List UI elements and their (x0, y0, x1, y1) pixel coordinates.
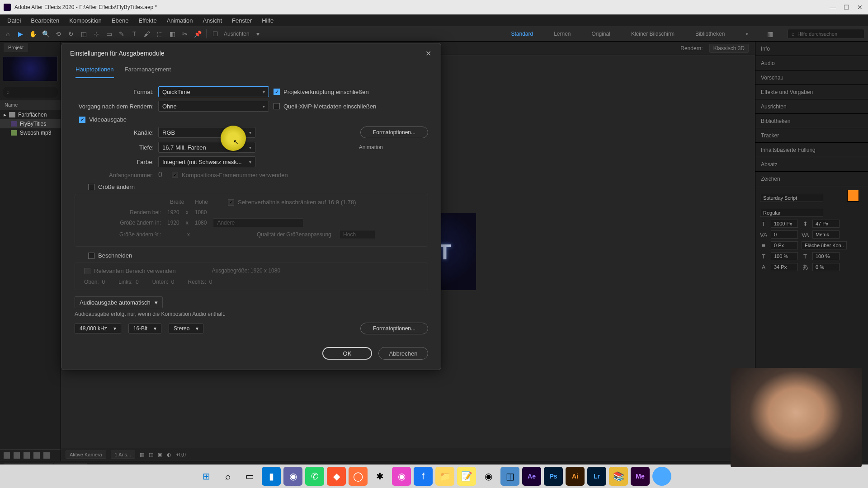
trash-icon[interactable] (43, 452, 50, 459)
grid-icon[interactable]: ▦ (140, 452, 144, 458)
maximize-button[interactable]: ☐ (844, 5, 849, 10)
rotate-tool-icon[interactable]: ↻ (67, 30, 75, 38)
renderer-dropdown[interactable]: Klassisch 3D (709, 44, 749, 53)
hscale-input[interactable] (771, 252, 798, 260)
menu-edit[interactable]: Bearbeiten (26, 16, 64, 25)
minimize-button[interactable]: — (830, 5, 835, 10)
roto-tool-icon[interactable]: ✂ (181, 30, 189, 38)
project-link-checkbox[interactable]: ✓Projektverknüpfung einschließen (274, 89, 369, 95)
color-dropdown[interactable]: Integriert (mit Schwarz mask...▾ (158, 156, 255, 167)
hand-tool-icon[interactable]: ✋ (29, 30, 37, 38)
workspace-libs[interactable]: Bibliotheken (692, 29, 728, 39)
taskbar-app-1[interactable]: ▮ (262, 467, 281, 486)
exposure-value[interactable]: +0,0 (176, 452, 186, 457)
chevron-down-icon[interactable]: ▾ (254, 30, 262, 38)
sample-rate-dropdown[interactable]: 48,000 kHz▾ (75, 324, 121, 333)
panel-preview[interactable]: Vorschau (755, 70, 868, 85)
name-column[interactable]: Name (0, 100, 61, 110)
taskbar-app-teams[interactable]: ◉ (283, 467, 302, 486)
dialog-close-button[interactable]: ✕ (424, 49, 433, 58)
tab-main-options[interactable]: Hauptoptionen (75, 63, 114, 78)
home-icon[interactable]: ⌂ (4, 30, 12, 38)
panel-align[interactable]: Ausrichten (755, 99, 868, 114)
audio-output-dropdown[interactable]: Audioausgabe automatisch▾ (75, 296, 163, 308)
menu-file[interactable]: Datei (3, 16, 25, 25)
menu-animation[interactable]: Animation (162, 16, 198, 25)
tsume-input[interactable] (812, 263, 840, 271)
shape-tool-icon[interactable]: ▭ (105, 30, 113, 38)
close-button[interactable]: ✕ (857, 5, 863, 10)
ok-button[interactable]: OK (322, 347, 372, 360)
video-output-checkbox[interactable]: ✓Videoausgabe (79, 116, 428, 123)
start-button[interactable]: ⊞ (197, 467, 216, 486)
task-view-button[interactable]: ▭ (240, 467, 259, 486)
orbit-tool-icon[interactable]: ⟲ (54, 30, 62, 38)
taskbar-app-explorer[interactable]: 📁 (435, 467, 454, 486)
leading-input[interactable] (812, 220, 840, 228)
text-tool-icon[interactable]: T (130, 30, 138, 38)
search-button[interactable]: ⌕ (218, 467, 237, 486)
fill-color-icon[interactable] (847, 190, 859, 202)
taskbar-app-lr[interactable]: Lr (587, 467, 606, 486)
channels-audio-dropdown[interactable]: Stereo▾ (169, 324, 203, 333)
workspace-standard[interactable]: Standard (507, 29, 537, 39)
taskbar-app-ae[interactable]: Ae (522, 467, 541, 486)
workspace-original[interactable]: Original (588, 29, 614, 39)
interpret-icon[interactable] (4, 452, 10, 459)
format-dropdown[interactable]: QuickTime▾ (158, 86, 269, 97)
bit-depth-dropdown[interactable]: 16-Bit▾ (128, 324, 161, 333)
menu-composition[interactable]: Komposition (65, 16, 106, 25)
taskbar-app-17[interactable] (652, 467, 671, 486)
kerning-input[interactable] (771, 230, 798, 239)
menu-help[interactable]: Hilfe (257, 16, 278, 25)
folder-new-icon[interactable] (24, 452, 30, 459)
project-item-folder[interactable]: ▸Farbflächen (0, 110, 61, 119)
font-style-input[interactable] (760, 209, 823, 217)
project-item-comp[interactable]: FlyByTitles (0, 119, 61, 128)
format-options-button[interactable]: Formatoptionen... (360, 127, 428, 138)
taskbar-app-messenger[interactable]: ◉ (392, 467, 411, 486)
dialog-titlebar[interactable]: Einstellungen für Ausgabemodule ✕ (62, 43, 441, 63)
snap-checkbox[interactable]: ☐ (211, 30, 219, 38)
taskbar-app-me[interactable]: Me (631, 467, 650, 486)
taskbar-app-ai[interactable]: Ai (566, 467, 585, 486)
panel-audio[interactable]: Audio (755, 56, 868, 70)
panel-paragraph[interactable]: Absatz (755, 157, 868, 172)
taskbar-app-facebook[interactable]: f (414, 467, 433, 486)
taskbar-app-brave[interactable]: ◆ (327, 467, 346, 486)
taskbar-app-6[interactable]: ✱ (370, 467, 389, 486)
taskbar-app-notes[interactable]: 📝 (457, 467, 476, 486)
taskbar-app-obs[interactable]: ◉ (479, 467, 498, 486)
comp-new-icon[interactable] (33, 452, 40, 459)
panel-content-fill[interactable]: Inhaltsbasierte Füllung (755, 143, 868, 157)
font-family-input[interactable] (760, 194, 823, 202)
panel-toggle-icon[interactable]: ▦ (766, 30, 774, 38)
vscale-input[interactable] (771, 241, 798, 249)
panel-info[interactable]: Info (755, 42, 868, 56)
camera-dropdown[interactable]: Aktive Kamera (66, 450, 106, 459)
font-size-input[interactable] (771, 220, 798, 228)
project-thumbnail[interactable] (3, 56, 58, 81)
taskbar-app-11[interactable]: ◫ (500, 467, 519, 486)
taskbar-app-ps[interactable]: Ps (544, 467, 563, 486)
stroke-style-input[interactable] (802, 241, 847, 249)
selection-tool-icon[interactable]: ▶ (16, 30, 24, 38)
panel-character[interactable]: Zeichen (755, 172, 868, 186)
mask-icon[interactable]: ◫ (149, 452, 153, 458)
tracking-input[interactable] (812, 230, 840, 239)
xmp-checkbox[interactable]: Quell-XMP-Metadaten einschließen (274, 103, 376, 110)
color-swatch[interactable] (847, 190, 863, 206)
taskbar-app-books[interactable]: 📚 (609, 467, 628, 486)
zoom-tool-icon[interactable]: 🔍 (42, 30, 50, 38)
bpc-icon[interactable] (14, 452, 20, 459)
hscale2-input[interactable] (812, 252, 840, 260)
cancel-button[interactable]: Abbrechen (378, 347, 428, 360)
project-item-audio[interactable]: Swoosh.mp3 (0, 128, 61, 137)
menu-window[interactable]: Fenster (227, 16, 256, 25)
menu-view[interactable]: Ansicht (198, 16, 226, 25)
project-search[interactable]: ⌕ (3, 87, 58, 98)
project-tab[interactable]: Projekt (4, 43, 28, 52)
eraser-tool-icon[interactable]: ◧ (168, 30, 176, 38)
audio-format-options-button[interactable]: Formatoptionen... (360, 323, 428, 334)
transparency-icon[interactable]: ▣ (158, 452, 162, 458)
